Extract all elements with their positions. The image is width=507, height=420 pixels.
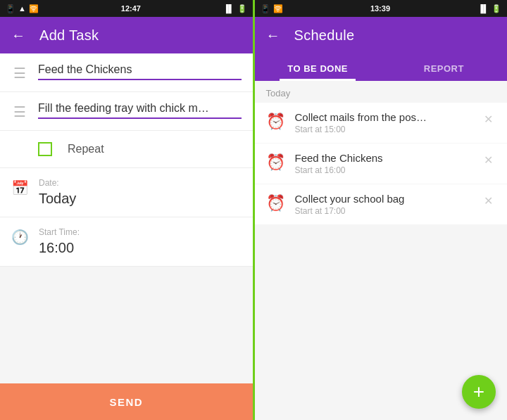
task-item-1: ⏰ Collect mails from the pos… Start at 1…: [255, 103, 508, 143]
date-field[interactable]: Date: Today: [39, 178, 76, 207]
description-row: ☰: [0, 92, 253, 131]
schedule-tabs: TO BE DONE REPORT: [255, 53, 508, 81]
battery-icon: 🔋: [237, 4, 247, 13]
task-2-info: Feed the Chickens Start at 16:00: [295, 152, 472, 175]
task-1-title: Collect mails from the pos…: [295, 111, 472, 123]
repeat-label: Repeat: [68, 143, 104, 155]
task-1-clock-icon: ⏰: [266, 113, 285, 131]
task-2-time: Start at 16:00: [295, 165, 472, 175]
start-time-row: 🕐 Start Time: 16:00: [0, 217, 253, 267]
right-wifi-icon: 🛜: [273, 4, 283, 13]
send-button[interactable]: SEND: [0, 383, 253, 420]
right-battery-icons: ▐▌ 🔋: [477, 4, 501, 13]
start-time-field[interactable]: Start Time: 16:00: [39, 227, 80, 256]
description-input[interactable]: [38, 102, 242, 119]
clock-icon: 🕐: [11, 229, 29, 246]
left-back-button[interactable]: ←: [11, 27, 25, 44]
repeat-checkbox[interactable]: [38, 142, 52, 156]
date-label: Date:: [39, 178, 76, 188]
task-2-close-button[interactable]: ✕: [481, 152, 496, 168]
tab-report[interactable]: REPORT: [381, 53, 507, 81]
task-item-3: ⏰ Collect your school bag Start at 17:00…: [255, 184, 508, 224]
left-page-title: Add Task: [39, 27, 99, 44]
task-1-info: Collect mails from the pos… Start at 15:…: [295, 111, 472, 134]
right-status-icons: 📱 🛜: [261, 4, 283, 13]
left-battery-icons: ▐▌ 🔋: [223, 4, 247, 13]
schedule-list: Today ⏰ Collect mails from the pos… Star…: [255, 81, 508, 420]
description-icon: ☰: [11, 103, 28, 120]
task-item-2: ⏰ Feed the Chickens Start at 16:00 ✕: [255, 144, 508, 184]
left-header: ← Add Task: [0, 17, 253, 53]
task-name-icon: ☰: [11, 65, 28, 82]
description-input-wrap: [38, 102, 242, 119]
add-task-fab[interactable]: +: [462, 375, 496, 409]
calendar-icon: 📅: [11, 179, 29, 196]
right-time: 13:39: [370, 4, 390, 13]
left-time: 12:47: [121, 4, 141, 13]
task-name-input-wrap: [38, 63, 242, 80]
task-2-title: Feed the Chickens: [295, 152, 472, 164]
left-status-icons: 📱 ▲ 🛜: [6, 4, 39, 13]
right-page-title: Schedule: [294, 27, 355, 44]
left-panel: 📱 ▲ 🛜 12:47 ▐▌ 🔋 ← Add Task ☰ ☰: [0, 0, 255, 420]
right-battery-icon: 🔋: [492, 4, 501, 13]
task-3-close-button[interactable]: ✕: [481, 193, 496, 209]
signal-bars-icon: ▐▌: [223, 4, 234, 13]
task-name-row: ☰: [0, 53, 253, 92]
signal-icon: 🛜: [29, 4, 39, 13]
right-phone-icon: 📱: [261, 4, 270, 13]
fab-plus-icon: +: [473, 381, 484, 403]
date-value: Today: [39, 191, 76, 207]
repeat-row: Repeat: [0, 131, 253, 168]
right-signal-icon: ▐▌: [477, 4, 489, 13]
task-1-close-button[interactable]: ✕: [481, 111, 496, 127]
phone-icon: 📱: [6, 4, 15, 13]
wifi-icon: ▲: [18, 4, 26, 13]
start-time-label: Start Time:: [39, 227, 80, 237]
right-status-bar: 📱 🛜 13:39 ▐▌ 🔋: [255, 0, 508, 17]
task-2-clock-icon: ⏰: [266, 153, 285, 172]
start-time-value: 16:00: [39, 240, 80, 256]
left-status-bar: 📱 ▲ 🛜 12:47 ▐▌ 🔋: [0, 0, 253, 17]
task-3-clock-icon: ⏰: [266, 194, 285, 212]
task-name-input[interactable]: [38, 63, 242, 80]
task-3-title: Collect your school bag: [295, 193, 472, 205]
right-header: ← Schedule: [255, 17, 508, 53]
tab-to-be-done[interactable]: TO BE DONE: [255, 53, 381, 81]
add-task-form: ☰ ☰ Repeat 📅 Date: Today 🕐: [0, 53, 253, 420]
right-back-button[interactable]: ←: [266, 27, 280, 44]
today-label: Today: [255, 81, 508, 103]
right-panel: 📱 🛜 13:39 ▐▌ 🔋 ← Schedule TO BE DONE REP…: [255, 0, 508, 420]
task-3-info: Collect your school bag Start at 17:00: [295, 193, 472, 216]
task-3-time: Start at 17:00: [295, 206, 472, 216]
date-row: 📅 Date: Today: [0, 168, 253, 217]
task-1-time: Start at 15:00: [295, 125, 472, 134]
